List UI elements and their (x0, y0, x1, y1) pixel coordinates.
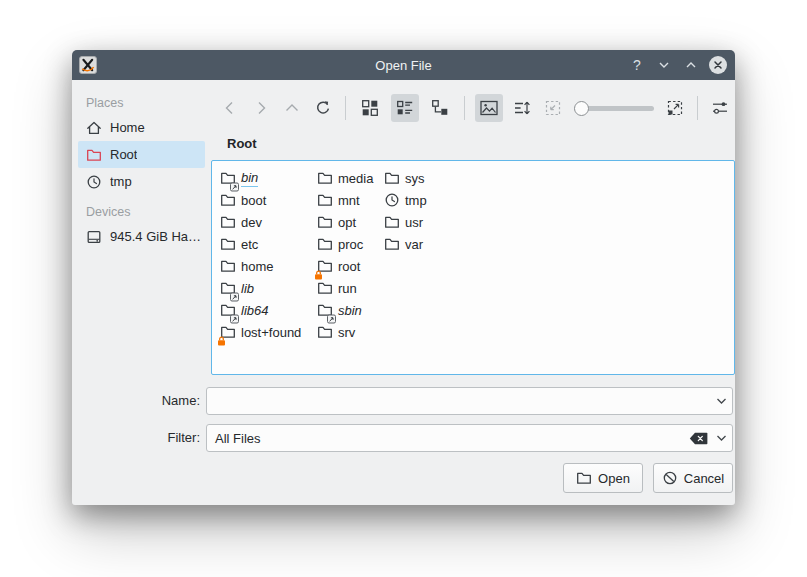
folder-red-icon (86, 147, 102, 163)
filename-input[interactable] (207, 394, 710, 409)
file-item[interactable]: tmp (384, 189, 464, 211)
zoom-in-button[interactable] (663, 95, 687, 121)
link-emblem-icon (230, 178, 239, 188)
folder-icon (317, 192, 333, 208)
folder-icon (220, 236, 236, 252)
dialog-body: Places Home Root tmp Devices 945.4 GiB H… (72, 80, 735, 505)
file-item[interactable]: root (317, 255, 383, 277)
icons-view-button[interactable] (356, 94, 384, 122)
file-column: sys tmp usr var (384, 167, 464, 255)
file-item-label: run (338, 281, 357, 296)
icons-view-icon (361, 99, 379, 117)
folder-icon (317, 214, 333, 230)
folder-icon (317, 170, 333, 186)
folder-icon (384, 170, 400, 186)
backspace-clear-icon (689, 432, 708, 445)
file-item-label: opt (338, 215, 356, 230)
open-button-label: Open (598, 471, 630, 486)
folder-icon (220, 324, 236, 340)
tree-view-icon (431, 99, 449, 117)
zoom-slider[interactable] (572, 95, 656, 121)
devices-list: 945.4 GiB Hard… (72, 223, 211, 250)
zoom-out-button[interactable] (541, 95, 565, 121)
folder-icon (317, 280, 333, 296)
close-button[interactable] (709, 56, 727, 74)
file-item[interactable]: lib (220, 277, 316, 299)
preview-toggle-button[interactable] (475, 94, 503, 122)
chevron-right-icon (253, 100, 269, 116)
file-item-label: root (338, 259, 360, 274)
back-button[interactable] (218, 95, 242, 121)
file-list-view[interactable]: bin boot dev etc home lib lib64 lost+fou… (211, 160, 735, 375)
sidebar-item-label: Root (110, 147, 137, 162)
forward-button[interactable] (249, 95, 273, 121)
folder-icon (220, 280, 236, 296)
toolbar-separator (345, 96, 346, 120)
file-item[interactable]: lost+found (220, 321, 316, 343)
places-list: Home Root tmp (72, 114, 211, 195)
file-item-label: usr (405, 215, 423, 230)
minimize-button[interactable] (655, 56, 673, 74)
help-button[interactable]: ? (628, 56, 646, 74)
up-button[interactable] (280, 95, 304, 121)
file-item[interactable]: var (384, 233, 464, 255)
places-header: Places (72, 96, 211, 114)
sidebar-item-945-4-gib-hard-[interactable]: 945.4 GiB Hard… (78, 223, 205, 250)
folder-icon (576, 470, 592, 486)
file-item[interactable]: usr (384, 211, 464, 233)
chevron-up-icon (284, 100, 300, 116)
file-item[interactable]: dev (220, 211, 316, 233)
folder-icon (317, 302, 333, 318)
maximize-button[interactable] (682, 56, 700, 74)
file-column: bin boot dev etc home lib lib64 lost+fou… (220, 167, 316, 343)
open-button[interactable]: Open (563, 463, 643, 493)
filename-combobox[interactable] (206, 387, 733, 415)
folder-icon (317, 324, 333, 340)
file-item[interactable]: lib64 (220, 299, 316, 321)
file-item[interactable]: boot (220, 189, 316, 211)
file-item-label: etc (241, 237, 258, 252)
titlebar[interactable]: Open File ? (72, 50, 735, 80)
details-view-button[interactable] (391, 94, 419, 122)
file-item-label: var (405, 237, 423, 252)
sort-button[interactable] (510, 95, 534, 121)
name-dropdown-button[interactable] (710, 397, 732, 405)
reload-button[interactable] (311, 95, 335, 121)
folder-icon (317, 258, 333, 274)
chevron-down-icon (658, 59, 670, 71)
file-item-label: proc (338, 237, 363, 252)
harddrive-icon (86, 229, 102, 245)
file-item[interactable]: bin (220, 167, 316, 189)
tree-view-button[interactable] (426, 94, 454, 122)
breadcrumb-location[interactable]: Root (227, 136, 257, 151)
file-item[interactable]: proc (317, 233, 383, 255)
file-item[interactable]: etc (220, 233, 316, 255)
sidebar-item-root[interactable]: Root (78, 141, 205, 168)
filter-combobox[interactable]: All Files (206, 424, 733, 452)
file-item[interactable]: home (220, 255, 316, 277)
file-item[interactable]: srv (317, 321, 383, 343)
options-button[interactable] (708, 95, 732, 121)
sidebar-item-tmp[interactable]: tmp (78, 168, 205, 195)
desktop-background: Open File ? Places Home (0, 0, 807, 577)
file-item[interactable]: run (317, 277, 383, 299)
open-file-dialog: Open File ? Places Home (72, 50, 735, 505)
filter-dropdown-button[interactable] (710, 434, 732, 442)
folder-icon (220, 214, 236, 230)
file-item[interactable]: sys (384, 167, 464, 189)
file-item[interactable]: media (317, 167, 383, 189)
file-item[interactable]: mnt (317, 189, 383, 211)
clear-filter-button[interactable] (686, 432, 710, 445)
file-item-label: bin (241, 170, 258, 187)
file-item-label: lib (241, 281, 254, 296)
folder-icon (220, 258, 236, 274)
cancel-button-label: Cancel (684, 471, 724, 486)
file-item-label: lib64 (241, 303, 268, 318)
zoom-slider-handle[interactable] (574, 101, 589, 116)
lock-emblem-icon (217, 332, 226, 342)
file-item[interactable]: opt (317, 211, 383, 233)
sidebar-item-home[interactable]: Home (78, 114, 205, 141)
folder-icon (384, 236, 400, 252)
cancel-button[interactable]: Cancel (653, 463, 733, 493)
file-item[interactable]: sbin (317, 299, 383, 321)
